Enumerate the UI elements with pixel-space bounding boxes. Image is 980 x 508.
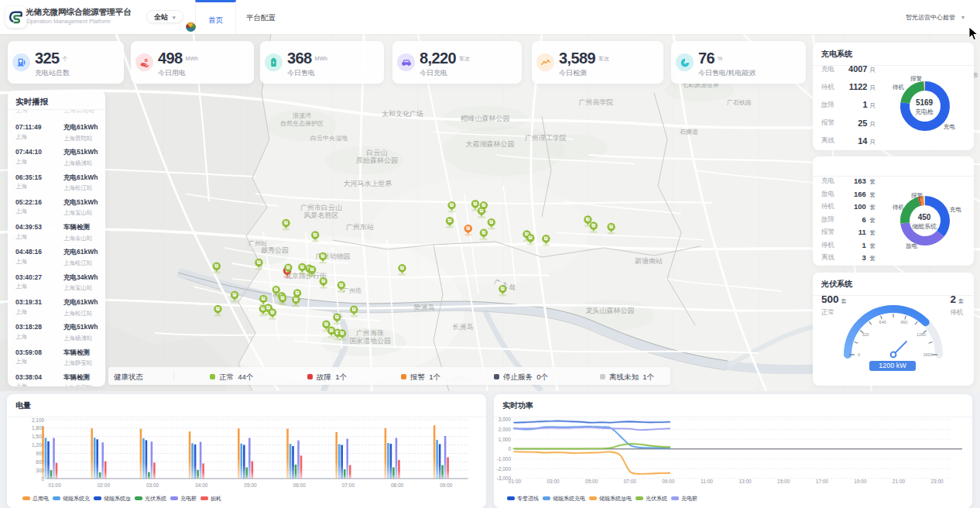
svg-text:白云中央湿地: 白云中央湿地 [310,135,348,142]
svg-text:05:00: 05:00 [585,479,598,484]
svg-text:640: 640 [879,320,886,324]
svg-text:石狮道: 石狮道 [680,129,698,136]
svg-text:太和文化广场: 太和文化广场 [382,110,423,118]
svg-text:5169: 5169 [916,98,934,107]
svg-text:待机: 待机 [893,84,905,91]
svg-text:广州商学院: 广州商学院 [579,98,614,106]
svg-text:充电: 充电 [950,206,962,213]
svg-text:03:00: 03:00 [146,482,159,488]
svg-text:15:00: 15:00 [777,479,790,484]
svg-text:09:00: 09:00 [440,482,453,488]
svg-text:自然生态保护区: 自然生态保护区 [280,120,324,127]
svg-text:09:00: 09:00 [662,479,675,484]
svg-text:13:00: 13:00 [738,479,752,484]
svg-text:11:00: 11:00 [701,479,713,484]
svg-text:-2,000: -2,000 [497,466,512,472]
svg-text:广州塔: 广州塔 [343,287,362,294]
svg-text:01:00: 01:00 [49,482,62,488]
svg-text:2,000: 2,000 [499,427,512,432]
svg-text:广州海珠: 广州海珠 [356,329,384,337]
svg-text:充电: 充电 [944,123,956,130]
svg-text:赞洲岛: 赞洲岛 [414,304,435,311]
svg-text:320: 320 [862,332,869,337]
svg-text:07:00: 07:00 [342,482,355,488]
svg-text:17:00: 17:00 [816,479,829,484]
svg-text:白云山: 白云山 [367,149,388,156]
svg-text:1280: 1280 [917,332,926,337]
svg-text:2,100: 2,100 [32,417,45,423]
svg-text:3,000: 3,000 [499,417,512,422]
svg-text:02:00: 02:00 [98,482,111,488]
svg-text:国家湿地公园: 国家湿地公园 [349,337,391,345]
svg-text:新塘南站: 新塘南站 [635,257,663,265]
svg-text:06:00: 06:00 [293,482,307,488]
svg-text:大霞湖森林公园: 大霞湖森林公园 [466,140,515,148]
svg-text:-1,000: -1,000 [497,456,512,462]
svg-text:长洲岛: 长洲岛 [453,323,474,331]
svg-text:0: 0 [508,446,511,451]
svg-text:23:00: 23:00 [930,479,944,484]
svg-text:广石铁路: 广石铁路 [727,99,752,106]
svg-text:充电枪: 充电枪 [915,108,934,115]
svg-text:大河马水上世界: 大河马水上世界 [344,180,392,187]
svg-text:报警: 报警 [910,192,923,199]
svg-text:龙头山森林公园: 龙头山森林公园 [586,307,635,314]
svg-text:05:00: 05:00 [244,482,257,488]
svg-text:帽峰山森林公园: 帽峰山森林公园 [461,115,510,122]
svg-text:广州东站: 广州东站 [346,223,374,231]
svg-text:广州市白云山: 广州市白云山 [300,204,342,211]
svg-text:报警: 报警 [910,75,923,82]
svg-text:960: 960 [900,320,907,324]
svg-text:风景名胜区: 风景名胜区 [304,211,339,219]
svg-text:07:00: 07:00 [624,479,637,484]
svg-text:待机: 待机 [893,204,905,211]
svg-text:0: 0 [858,352,860,357]
svg-text:储能系统: 储能系统 [912,223,937,230]
svg-text:放电: 放电 [906,242,918,249]
svg-text:越秀公园: 越秀公园 [261,246,289,254]
svg-text:04:00: 04:00 [195,482,208,488]
svg-text:19:00: 19:00 [854,479,867,484]
svg-text:21:00: 21:00 [893,479,906,484]
svg-text:08:00: 08:00 [391,482,404,488]
svg-text:浪溪湾: 浪溪湾 [293,112,311,119]
svg-text:01:00: 01:00 [509,479,522,484]
svg-text:广州理工学院: 广州理工学院 [525,134,567,142]
svg-text:1600: 1600 [923,352,932,357]
svg-text:原始森林公园: 原始森林公园 [356,156,398,164]
svg-text:广州站: 广州站 [248,240,267,247]
svg-text:1,000: 1,000 [499,437,512,442]
svg-text:03:00: 03:00 [547,479,560,484]
svg-text:450: 450 [918,213,931,221]
